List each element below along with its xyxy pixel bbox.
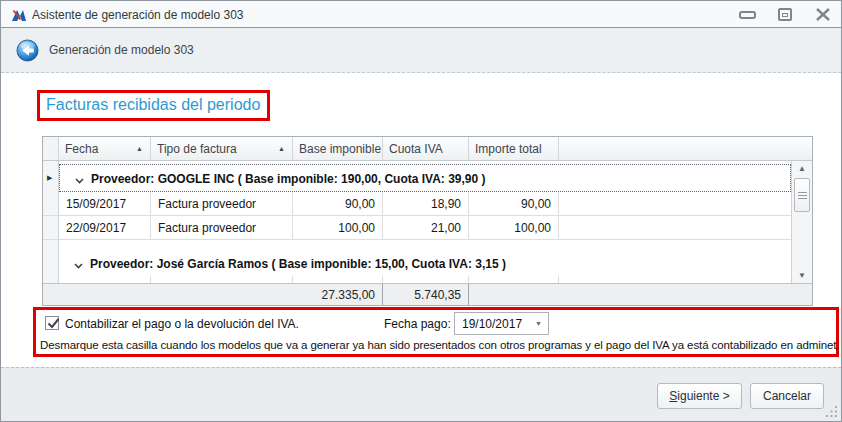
scroll-up-icon: ▲: [798, 164, 806, 173]
payment-note: Desmarque esta casilla cuando los modelo…: [40, 339, 836, 351]
maximize-icon: [778, 8, 792, 21]
cell-fecha: 15/09/2017: [59, 192, 151, 216]
chevron-down-icon: [74, 263, 83, 269]
column-header-fecha[interactable]: Fecha ▲: [59, 137, 151, 160]
wizard-dialog: Asistente de generación de modelo 303: [0, 0, 842, 422]
next-button[interactable]: Siguiente >: [657, 383, 742, 409]
cell-fecha: 22/09/2017: [59, 216, 151, 240]
close-icon: [816, 8, 830, 21]
chevron-down-icon: [75, 178, 84, 184]
sort-asc-icon: ▲: [278, 145, 285, 152]
fecha-pago-label: Fecha pago:: [384, 317, 451, 331]
vertical-scrollbar[interactable]: ▲ ▼: [791, 161, 812, 284]
column-label: Tipo de factura: [157, 142, 237, 156]
cell-cuota: 18,90: [383, 192, 469, 216]
title-bar: Asistente de generación de modelo 303: [1, 1, 841, 28]
cell-filler: [559, 192, 791, 216]
cell-tipo: Factura proveedor: [151, 216, 293, 240]
summary-base-imponible: 27.335,00: [293, 284, 383, 305]
section-title-annotation: Facturas recibidas del periodo: [37, 90, 270, 121]
resize-grip[interactable]: [825, 405, 838, 418]
cell-tipo: Factura proveedor: [151, 192, 293, 216]
grid-header-row: Fecha ▲ Tipo de factura ▲ Base imponible…: [43, 137, 812, 161]
cell-importe: 100,00: [469, 216, 559, 240]
cell-filler: [559, 216, 791, 240]
group-spacer: [43, 240, 791, 248]
minimize-icon: [739, 11, 756, 19]
grid-rows: ▶Proveedor: GOOGLE INC ( Base imponible:…: [43, 161, 791, 284]
wizard-header: Generación de modelo 303: [1, 28, 841, 73]
cell-importe: 90,00: [469, 192, 559, 216]
sort-asc-icon: ▲: [136, 145, 143, 152]
fecha-pago-value[interactable]: 19/10/2017: [462, 317, 522, 331]
aeat-logo-icon: [10, 6, 28, 24]
cell-base: 90,00: [293, 192, 383, 216]
column-label: Importe total: [475, 142, 542, 156]
invoice-row[interactable]: 15/09/2017Factura proveedor90,0018,9090,…: [43, 192, 791, 216]
group-row[interactable]: Proveedor: José García Ramos ( Base impo…: [43, 248, 791, 276]
back-button[interactable]: [16, 39, 39, 62]
column-header-importe[interactable]: Importe total: [469, 137, 559, 160]
scroll-down-button[interactable]: ▼: [792, 268, 812, 284]
invoice-row[interactable]: 22/09/2017Factura proveedor100,0021,0010…: [43, 216, 791, 240]
minimize-button[interactable]: [737, 7, 757, 23]
thumb-grip-icon: [798, 192, 807, 200]
contabilizar-checkbox[interactable]: [45, 316, 59, 330]
cell-base: 100,00: [293, 216, 383, 240]
row-selector-cell: [43, 248, 59, 276]
row-selector-cell: ▶: [43, 164, 59, 192]
cancel-button[interactable]: Cancelar: [750, 383, 824, 409]
column-header-filler: [559, 137, 812, 160]
group-label: Proveedor: José García Ramos ( Base impo…: [90, 257, 506, 271]
current-row-arrow-icon: ▶: [47, 174, 52, 182]
section-title: Facturas recibidas del periodo: [46, 96, 260, 113]
contabilizar-checkbox-label[interactable]: Contabilizar el pago o la devolución del…: [65, 317, 299, 331]
row-selector-cell: [43, 216, 59, 240]
maximize-button[interactable]: [775, 7, 795, 23]
column-header-tipo[interactable]: Tipo de factura ▲: [151, 137, 293, 160]
page-title: Generación de modelo 303: [49, 28, 194, 73]
group-row-content: Proveedor: José García Ramos ( Base impo…: [59, 248, 791, 276]
window-title: Asistente de generación de modelo 303: [32, 8, 243, 22]
column-label: Base imponible: [299, 142, 381, 156]
row-selector-cell: [43, 192, 59, 216]
scroll-down-icon: ▼: [798, 271, 806, 280]
selector-column-header: [43, 137, 59, 160]
group-label: Proveedor: GOOGLE INC ( Base imponible: …: [91, 172, 486, 186]
invoices-grid: Fecha ▲ Tipo de factura ▲ Base imponible…: [42, 136, 813, 306]
close-button[interactable]: [813, 7, 833, 23]
checkmark-icon: [46, 316, 61, 331]
column-header-cuota[interactable]: Cuota IVA: [383, 137, 469, 160]
column-label: Fecha: [65, 142, 98, 156]
footer-bar: Siguiente > Cancelar: [1, 367, 841, 421]
scroll-up-button[interactable]: ▲: [792, 161, 812, 177]
column-label: Cuota IVA: [389, 142, 443, 156]
scrollbar-thumb[interactable]: [794, 178, 810, 212]
group-row-content: Proveedor: GOOGLE INC ( Base imponible: …: [59, 164, 791, 192]
window-controls: [737, 1, 833, 28]
fecha-pago-combobox[interactable]: 19/10/2017 ▼: [454, 312, 549, 335]
grid-summary-row: 27.335,00 5.740,35: [43, 283, 812, 305]
summary-cuota-iva: 5.740,35: [383, 284, 469, 305]
column-header-base[interactable]: Base imponible: [293, 137, 383, 160]
row-selector-cell: [43, 240, 59, 248]
group-row[interactable]: ▶Proveedor: GOOGLE INC ( Base imponible:…: [43, 164, 791, 192]
dropdown-arrow-icon[interactable]: ▼: [529, 313, 548, 334]
cell-cuota: 21,00: [383, 216, 469, 240]
